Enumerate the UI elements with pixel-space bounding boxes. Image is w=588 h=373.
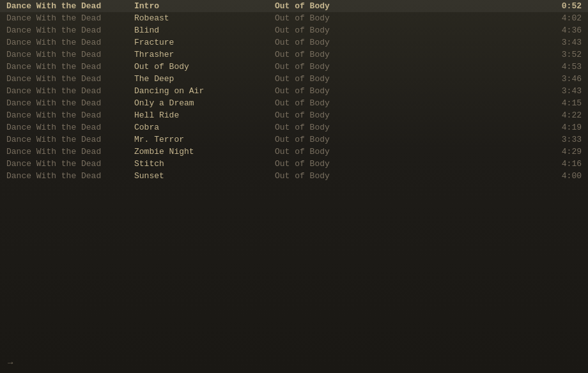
track-artist: Dance With the Dead xyxy=(6,110,134,120)
track-title: Sunset xyxy=(134,171,275,181)
track-duration: 3:43 xyxy=(543,38,582,47)
track-list: Dance With the DeadIntroOut of Body0:52D… xyxy=(0,0,588,182)
track-album: Out of Body xyxy=(275,74,543,84)
track-artist: Dance With the Dead xyxy=(6,38,134,47)
track-album: Out of Body xyxy=(275,123,543,132)
track-title: Dancing on Air xyxy=(134,86,275,96)
table-row[interactable]: Dance With the DeadStitchOut of Body4:16 xyxy=(0,158,588,170)
track-duration: 3:52 xyxy=(543,50,582,59)
table-row[interactable]: Dance With the DeadBlindOut of Body4:36 xyxy=(0,24,588,36)
track-title: Stitch xyxy=(134,159,275,169)
track-artist: Dance With the Dead xyxy=(6,86,134,96)
track-artist: Dance With the Dead xyxy=(6,50,134,59)
track-title: Blind xyxy=(134,26,275,35)
table-row[interactable]: Dance With the DeadCobraOut of Body4:19 xyxy=(0,121,588,133)
track-album: Out of Body xyxy=(275,38,543,47)
track-album: Out of Body xyxy=(275,98,543,108)
track-duration: 4:16 xyxy=(543,159,582,169)
track-title: Hell Ride xyxy=(134,110,275,120)
track-duration: 4:02 xyxy=(543,13,582,23)
track-album: Out of Body xyxy=(275,62,543,72)
track-artist: Dance With the Dead xyxy=(6,98,134,108)
track-title: Zombie Night xyxy=(134,147,275,156)
track-album: Out of Body xyxy=(275,159,543,169)
track-title: Intro xyxy=(134,1,275,11)
track-duration: 3:46 xyxy=(543,74,582,84)
table-row[interactable]: Dance With the DeadHell RideOut of Body4… xyxy=(0,109,588,121)
track-title: Cobra xyxy=(134,123,275,132)
track-album: Out of Body xyxy=(275,171,543,181)
track-duration: 4:29 xyxy=(543,147,582,156)
track-artist: Dance With the Dead xyxy=(6,147,134,156)
bottom-arrow: → xyxy=(8,358,13,368)
track-title: Robeast xyxy=(134,13,275,23)
table-row[interactable]: Dance With the DeadThe DeepOut of Body3:… xyxy=(0,73,588,85)
track-artist: Dance With the Dead xyxy=(6,171,134,181)
track-album: Out of Body xyxy=(275,1,543,11)
track-duration: 3:33 xyxy=(543,135,582,144)
track-duration: 4:53 xyxy=(543,62,582,72)
track-album: Out of Body xyxy=(275,13,543,23)
track-artist: Dance With the Dead xyxy=(6,123,134,132)
track-album: Out of Body xyxy=(275,50,543,59)
table-row[interactable]: Dance With the DeadIntroOut of Body0:52 xyxy=(0,0,588,12)
track-title: Mr. Terror xyxy=(134,135,275,144)
track-album: Out of Body xyxy=(275,110,543,120)
track-album: Out of Body xyxy=(275,147,543,156)
track-title: Only a Dream xyxy=(134,98,275,108)
track-album: Out of Body xyxy=(275,135,543,144)
track-duration: 3:43 xyxy=(543,86,582,96)
track-artist: Dance With the Dead xyxy=(6,74,134,84)
table-row[interactable]: Dance With the DeadOut of BodyOut of Bod… xyxy=(0,61,588,73)
track-artist: Dance With the Dead xyxy=(6,135,134,144)
table-row[interactable]: Dance With the DeadOnly a DreamOut of Bo… xyxy=(0,97,588,109)
table-row[interactable]: Dance With the DeadZombie NightOut of Bo… xyxy=(0,146,588,158)
track-duration: 0:52 xyxy=(543,1,582,11)
track-title: Fracture xyxy=(134,38,275,47)
track-artist: Dance With the Dead xyxy=(6,62,134,72)
track-duration: 4:19 xyxy=(543,123,582,132)
track-title: Thrasher xyxy=(134,50,275,59)
table-row[interactable]: Dance With the DeadFractureOut of Body3:… xyxy=(0,36,588,49)
table-row[interactable]: Dance With the DeadRobeastOut of Body4:0… xyxy=(0,12,588,24)
table-row[interactable]: Dance With the DeadMr. TerrorOut of Body… xyxy=(0,133,588,146)
track-title: The Deep xyxy=(134,74,275,84)
track-duration: 4:22 xyxy=(543,110,582,120)
table-row[interactable]: Dance With the DeadThrasherOut of Body3:… xyxy=(0,49,588,61)
track-artist: Dance With the Dead xyxy=(6,1,134,11)
table-row[interactable]: Dance With the DeadDancing on AirOut of … xyxy=(0,85,588,97)
track-artist: Dance With the Dead xyxy=(6,26,134,35)
track-duration: 4:15 xyxy=(543,98,582,108)
track-artist: Dance With the Dead xyxy=(6,13,134,23)
track-duration: 4:36 xyxy=(543,26,582,35)
track-duration: 4:00 xyxy=(543,171,582,181)
track-title: Out of Body xyxy=(134,62,275,72)
track-album: Out of Body xyxy=(275,26,543,35)
track-artist: Dance With the Dead xyxy=(6,159,134,169)
table-row[interactable]: Dance With the DeadSunsetOut of Body4:00 xyxy=(0,170,588,182)
track-album: Out of Body xyxy=(275,86,543,96)
